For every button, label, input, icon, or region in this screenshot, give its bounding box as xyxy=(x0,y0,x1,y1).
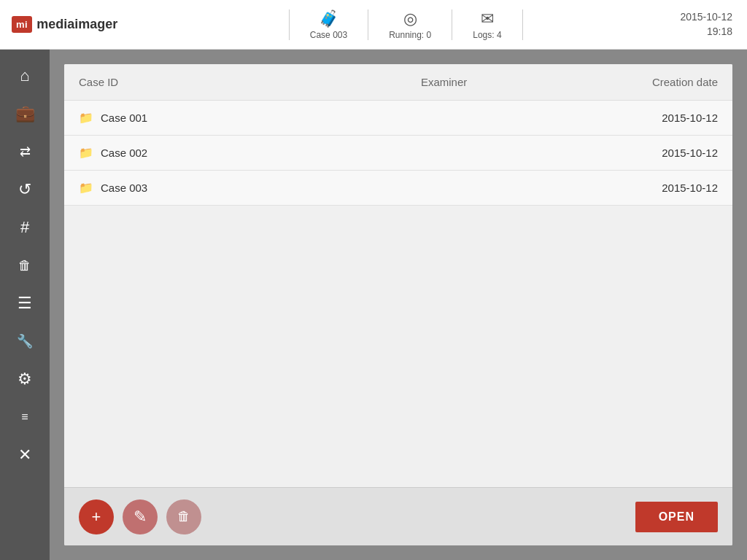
col-header-caseid: Case ID xyxy=(79,76,352,88)
topbar-time: 19:18 xyxy=(680,25,732,39)
topbar-center: 🧳 Case 003 ◎ Running: 0 ✉ Logs: 4 xyxy=(146,9,665,40)
topbar-logs-item[interactable]: ✉ Logs: 4 xyxy=(452,9,522,40)
wrench-icon: 🔧 xyxy=(17,333,33,349)
table-header: Case ID Examiner Creation date xyxy=(64,64,732,101)
row-caseid-3: 📁 Case 003 xyxy=(79,181,352,195)
row-caseid-2: 📁 Case 002 xyxy=(79,146,352,160)
sidebar: ⌂ 💼 ⇄ ↺ # 🗑 ☰ 🔧 ⚙ ≡ ✕ xyxy=(0,50,50,560)
folder-icon: 📁 xyxy=(79,146,93,160)
briefcase-icon: 💼 xyxy=(15,104,35,123)
content-area: Case ID Examiner Creation date 📁 Case 00… xyxy=(50,50,747,560)
logo-text: mediaimager xyxy=(36,17,117,32)
sidebar-item-shuffle[interactable]: ⇄ xyxy=(0,133,50,171)
mail-icon: ✉ xyxy=(481,9,494,28)
shuffle-icon: ⇄ xyxy=(20,144,31,160)
open-button[interactable]: OPEN xyxy=(635,502,718,532)
action-buttons: + ✎ 🗑 xyxy=(79,499,201,534)
sidebar-item-filters[interactable]: ≡ xyxy=(0,398,50,436)
running-icon: ◎ xyxy=(403,9,417,28)
main-layout: ⌂ 💼 ⇄ ↺ # 🗑 ☰ 🔧 ⚙ ≡ ✕ xyxy=(0,50,747,560)
bottom-bar: + ✎ 🗑 OPEN xyxy=(64,487,732,545)
sidebar-item-hash[interactable]: # xyxy=(0,209,50,246)
briefcase-icon: 🧳 xyxy=(319,9,338,28)
sidebar-item-wrench[interactable]: 🔧 xyxy=(0,322,50,360)
sidebar-item-list[interactable]: ☰ xyxy=(0,284,50,322)
topbar-running-item[interactable]: ◎ Running: 0 xyxy=(368,9,452,40)
topbar-case-label: Case 003 xyxy=(310,30,347,40)
sidebar-item-close[interactable]: ✕ xyxy=(0,436,50,474)
gear-icon: ⚙ xyxy=(18,370,32,389)
filter-icon: ≡ xyxy=(21,411,28,424)
undo-icon: ↺ xyxy=(18,180,31,199)
topbar-running-label: Running: 0 xyxy=(389,30,431,40)
case-name-1: Case 001 xyxy=(101,112,147,124)
table-row[interactable]: 📁 Case 002 2015-10-12 xyxy=(64,136,732,171)
list-icon: ☰ xyxy=(18,294,32,313)
trash-icon: 🗑 xyxy=(18,258,31,273)
col-header-examiner: Examiner xyxy=(352,76,535,88)
logo: mi mediaimager xyxy=(0,16,146,33)
table-body: 📁 Case 001 2015-10-12 📁 Case 002 2015-10… xyxy=(64,101,732,487)
case-panel: Case ID Examiner Creation date 📁 Case 00… xyxy=(64,64,732,545)
sidebar-item-home[interactable]: ⌂ xyxy=(0,57,50,95)
folder-icon: 📁 xyxy=(79,181,93,195)
case-name-3: Case 003 xyxy=(101,182,147,194)
sidebar-item-delete[interactable]: 🗑 xyxy=(0,246,50,284)
sidebar-item-settings[interactable]: ⚙ xyxy=(0,360,50,398)
sidebar-item-cases[interactable]: 💼 xyxy=(0,95,50,133)
delete-button[interactable]: 🗑 xyxy=(166,499,201,534)
add-button[interactable]: + xyxy=(79,499,114,534)
table-row[interactable]: 📁 Case 003 2015-10-12 xyxy=(64,171,732,206)
sidebar-item-undo[interactable]: ↺ xyxy=(0,171,50,209)
topbar-logs-label: Logs: 4 xyxy=(473,30,501,40)
row-date-2: 2015-10-12 xyxy=(535,147,718,159)
col-header-date: Creation date xyxy=(535,76,718,88)
row-date-3: 2015-10-12 xyxy=(535,182,718,194)
close-icon: ✕ xyxy=(18,446,31,464)
home-icon: ⌂ xyxy=(20,66,29,85)
topbar-date: 2015-10-12 xyxy=(680,10,732,25)
case-name-2: Case 002 xyxy=(101,147,147,159)
table-row[interactable]: 📁 Case 001 2015-10-12 xyxy=(64,101,732,136)
topbar: mi mediaimager 🧳 Case 003 ◎ Running: 0 ✉… xyxy=(0,0,747,50)
logo-icon: mi xyxy=(12,16,32,33)
folder-icon: 📁 xyxy=(79,111,93,125)
edit-button[interactable]: ✎ xyxy=(123,499,158,534)
topbar-case-item[interactable]: 🧳 Case 003 xyxy=(289,9,368,40)
row-caseid-1: 📁 Case 001 xyxy=(79,111,352,125)
hash-icon: # xyxy=(20,218,29,237)
row-date-1: 2015-10-12 xyxy=(535,112,718,124)
topbar-datetime: 2015-10-12 19:18 xyxy=(665,10,747,39)
